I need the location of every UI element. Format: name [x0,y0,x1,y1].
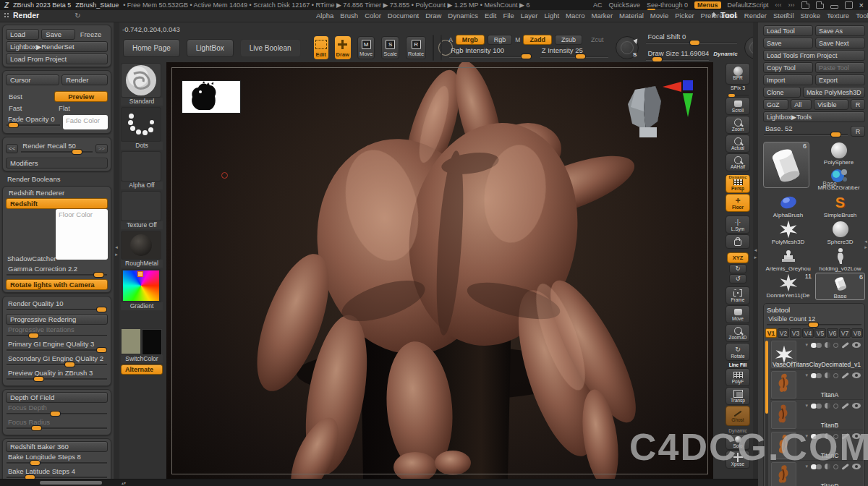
main-color-swatch[interactable] [122,329,140,354]
copy-tool-button[interactable]: Copy Tool [763,62,813,73]
focus-depth-thumb[interactable] [51,412,60,416]
bake-longitude-slider[interactable]: Bake Longitude Steps 8 [7,453,107,464]
switch-color-item[interactable]: SwitchColor [121,329,163,363]
copy-config-icon[interactable] [801,1,809,9]
hscroll-thumb[interactable] [40,481,102,485]
visible-button[interactable]: Visible [814,99,848,110]
see-through-slider[interactable]: See-through 0 [647,1,688,9]
alternate-button[interactable]: Alternate [121,364,163,375]
subtool-scroll-thumb[interactable] [765,341,768,414]
base-r-button[interactable]: R [851,126,865,137]
uv-toggle-icon[interactable] [825,372,830,378]
tool-refresh-icon[interactable]: ↺ [783,12,788,20]
render-load-button[interactable]: Load [6,29,39,40]
goz-button[interactable]: GoZ [763,99,788,110]
dynamic-mode-label[interactable]: Dynamic [713,51,737,57]
preview-render-button[interactable]: Preview [54,91,108,102]
displacement-toggle-icon[interactable] [833,373,838,378]
current-material-item[interactable]: RoughMetal [121,231,163,268]
live-boolean-button[interactable]: Live Boolean [240,39,301,57]
redshift-renderer-header[interactable]: Redshift Renderer [9,189,105,197]
store-config-icon[interactable] [816,1,824,9]
close-icon[interactable]: × [859,2,864,8]
scroll-button[interactable]: Scroll [726,97,750,115]
visibility-eye-icon[interactable] [852,372,861,378]
left-palette-header[interactable]: Render ↻ [4,11,112,20]
rotate-lights-button[interactable]: Rotate lights with Camera [6,279,108,290]
alternate-item[interactable]: Alternate [121,364,163,375]
cursor-tab[interactable]: Cursor [6,74,59,85]
displacement-toggle-icon[interactable] [833,343,838,348]
z-intensity-slider[interactable]: Z Intensity 25 [540,46,609,58]
gamma-correction-thumb[interactable] [94,273,103,277]
edit-mode-button[interactable]: Edit [314,36,328,59]
color-picker-item[interactable]: Gradient [121,269,163,310]
tool-thumb-mrgbzgrabber[interactable]: MRGBZGrabber [812,167,865,191]
current-texture-item[interactable]: Texture Off [121,191,163,229]
menu-movie[interactable]: Movie [650,12,668,20]
menu-file[interactable]: File [503,12,514,20]
menu-dynamics[interactable]: Dynamics [448,12,478,20]
uv-toggle-icon[interactable] [825,403,830,409]
y-rotation-button[interactable]: ↻ [729,264,746,273]
rotate-mode-button[interactable]: R Rotate [406,36,426,59]
gradient-picker-icon[interactable] [121,269,161,302]
visible-count-thumb[interactable] [809,323,818,327]
render-freeze-button[interactable]: Freeze [77,30,108,39]
import-button[interactable]: Import [763,74,813,85]
best-render-button[interactable]: Best [6,92,52,101]
sculpt-brush-icon[interactable] [841,342,848,349]
quicksave-button[interactable]: QuickSave [608,1,640,9]
render-booleans-header[interactable]: Render Booleans [7,175,106,183]
primary-gi-slider[interactable]: Primary GI Engine QUality 3 [7,340,107,351]
fade-opacity-thumb[interactable] [9,123,18,127]
document-canvas[interactable] [166,62,713,479]
focal-shift-slider[interactable]: Focal Shift 0 [646,33,736,44]
save-as-button[interactable]: Save As [815,25,865,36]
tool-thumb-simplebrush[interactable]: S SimpleBrush [815,192,865,218]
zoom-button[interactable]: Zoom [726,116,750,134]
minimize-icon[interactable] [830,5,838,9]
tool-thumb-polysphere[interactable]: PolySphere [812,142,865,166]
current-stroke-item[interactable]: Dots [121,107,163,150]
menu-edit[interactable]: Edit [485,12,496,20]
subtool-tab-v6[interactable]: V6 [827,328,838,338]
progressive-iterations-thumb[interactable] [29,333,38,338]
goz-r-button[interactable]: R [851,99,865,110]
tool-thumb-donnieyen[interactable]: 11 DonnieYen11(De [763,273,813,300]
default-zscript-button[interactable]: DefaultZScript [728,1,769,9]
save-tool-button[interactable]: Save [763,38,813,48]
polypaint-toggle-icon[interactable] [811,373,822,378]
fade-opacity-slider[interactable]: Fade Opacity 0 [7,115,60,127]
current-brush-item[interactable]: Standard [121,63,163,106]
frame-button[interactable]: Frame [726,286,750,304]
polyframe-button[interactable]: PolyF [726,368,750,386]
dots-stroke-icon[interactable] [121,107,161,142]
recall-prev-button[interactable]: << [6,144,18,153]
redshift-button[interactable]: Redshift [6,198,108,209]
lsym-button[interactable]: ·|·L.Sym [726,216,750,234]
recall-next-button[interactable]: >> [95,144,108,153]
focus-radius-thumb[interactable] [32,426,41,430]
rgb-intensity-slider[interactable]: Rgb Intensity 100 [449,46,532,58]
rotate3d-button[interactable]: ↻Rotate [726,343,750,361]
uv-toggle-icon[interactable] [825,342,830,348]
flat-render-button[interactable]: Flat [56,103,108,113]
bake-latitude-slider[interactable]: Bake Latitude Steps 4 [7,467,107,479]
subtool-row-titana[interactable]: ▾ TitanA [770,370,863,400]
subtool-title[interactable]: Subtool [767,306,861,314]
stroke-dial-icon[interactable]: S [616,36,639,59]
visibility-eye-icon[interactable] [852,403,861,409]
focus-depth-slider[interactable]: Focus Depth [7,404,107,415]
z-rotation-button[interactable]: ↺ [729,274,746,284]
progressive-rendering-button[interactable]: Progressive Redering [6,314,108,325]
all-button[interactable]: All [791,99,812,110]
primary-gi-thumb[interactable] [97,348,106,352]
progressive-iterations-slider[interactable]: Progressive Iterations [7,325,107,337]
load-tools-from-project-button[interactable]: Load Tools From Project [763,50,865,61]
history-back-icon[interactable]: ‹‹‹ [775,1,782,9]
menu-color[interactable]: Color [365,12,381,20]
ghost-button[interactable]: Ghost [726,406,750,426]
redshift-baker-button[interactable]: Redshift Baker 360 [6,441,108,452]
gamma-correction-slider[interactable]: Gamma Correction 2.2 [7,265,107,276]
